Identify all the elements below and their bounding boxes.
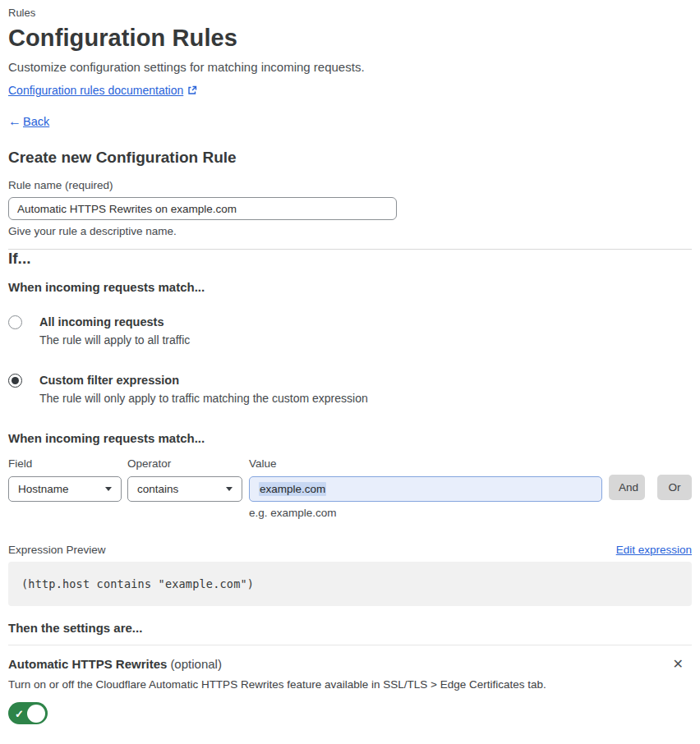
back-arrow-icon: ←	[8, 114, 21, 129]
or-button[interactable]: Or	[657, 475, 692, 500]
toggle-knob	[27, 705, 45, 723]
radio-selected-icon[interactable]	[8, 374, 22, 388]
operator-select-value: contains	[137, 483, 178, 495]
automatic-https-rewrites-toggle[interactable]: ✓	[8, 702, 48, 724]
back-link-label[interactable]: Back	[23, 115, 49, 128]
page-title: Configuration Rules	[8, 25, 692, 52]
value-input[interactable]: example.com	[249, 476, 602, 502]
value-helper: e.g. example.com	[249, 507, 602, 519]
documentation-link[interactable]: Configuration rules documentation	[8, 84, 183, 97]
configuration-rules-page: Rules Configuration Rules Customize conf…	[0, 0, 700, 733]
builder-match-label: When incoming requests match...	[8, 431, 692, 445]
create-rule-heading: Create new Configuration Rule	[8, 149, 692, 167]
field-select[interactable]: Hostname	[8, 476, 122, 502]
radio-label: All incoming requests	[39, 315, 190, 330]
and-button[interactable]: And	[609, 475, 645, 500]
radio-all-incoming-requests[interactable]: All incoming requests The rule will appl…	[8, 315, 692, 347]
radio-description: The rule will only apply to traffic matc…	[39, 391, 368, 406]
operator-select[interactable]: contains	[127, 476, 242, 502]
page-description: Customize configuration settings for mat…	[8, 60, 692, 74]
expression-builder-row: Field Hostname Operator contains Value e…	[8, 457, 692, 519]
external-link-icon	[187, 85, 197, 95]
chevron-down-icon	[105, 487, 112, 491]
rule-name-helper: Give your rule a descriptive name.	[8, 225, 692, 237]
check-icon: ✓	[15, 708, 24, 719]
field-select-value: Hostname	[18, 483, 69, 495]
expression-preview-code: (http.host contains "example.com")	[8, 562, 692, 606]
radio-unselected-icon[interactable]	[8, 315, 22, 329]
setting-card: Automatic HTTPS Rewrites(optional) ✕ Tur…	[8, 645, 692, 724]
rule-name-label: Rule name (required)	[8, 179, 692, 191]
radio-label: Custom filter expression	[39, 373, 368, 388]
edit-expression-link[interactable]: Edit expression	[616, 544, 692, 556]
chevron-down-icon	[226, 487, 233, 491]
value-label: Value	[249, 457, 602, 470]
expression-preview-label: Expression Preview	[8, 544, 106, 556]
setting-title: Automatic HTTPS Rewrites(optional)	[8, 657, 222, 671]
operator-label: Operator	[127, 457, 242, 470]
rule-name-input[interactable]	[8, 197, 397, 220]
value-input-text: example.com	[259, 482, 326, 496]
setting-name: Automatic HTTPS Rewrites	[8, 657, 167, 671]
radio-description: The rule will apply to all traffic	[39, 333, 190, 347]
setting-optional-label: (optional)	[170, 657, 222, 671]
radio-custom-filter-expression[interactable]: Custom filter expression The rule will o…	[8, 373, 692, 406]
close-icon[interactable]: ✕	[670, 658, 687, 671]
if-heading: If...	[8, 250, 692, 268]
then-settings-heading: Then the settings are...	[8, 621, 692, 635]
setting-description: Turn on or off the Cloudflare Automatic …	[8, 678, 692, 691]
back-link[interactable]: ← Back	[8, 114, 692, 129]
field-label: Field	[8, 457, 122, 470]
match-label: When incoming requests match...	[8, 280, 692, 294]
breadcrumb: Rules	[8, 7, 692, 19]
